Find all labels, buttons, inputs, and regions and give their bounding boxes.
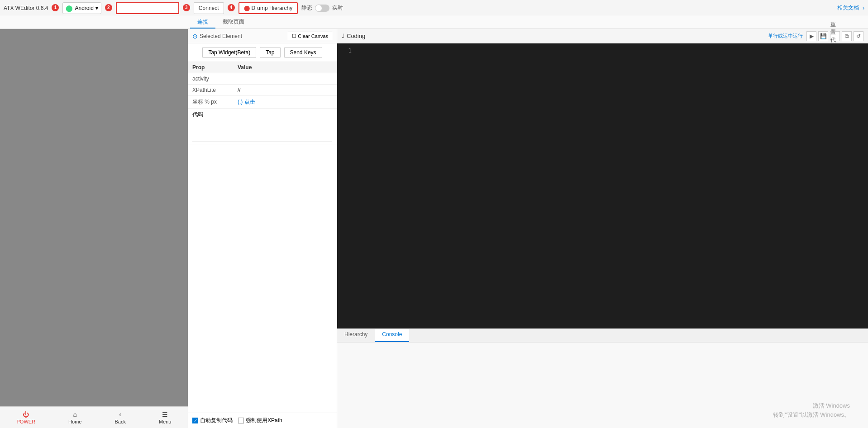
checkmark-icon: ✓ [194,418,197,423]
force-xpath-checkbox[interactable] [238,418,244,423]
force-xpath-checkbox-label[interactable]: 强制使用XPath [238,417,282,424]
line-numbers: 1 [337,45,355,327]
realtime-label: 实时 [332,4,343,12]
subtab-screenshot[interactable]: 截取页面 [215,16,252,29]
badge-4: 4 [228,4,235,11]
menu-icon: ☰ [162,411,168,418]
clear-canvas-button[interactable]: ☐ Clear Canvas [288,32,332,40]
prop-row-coord: 坐标 % px (.) 点击 [188,96,337,109]
badge-3: 3 [183,4,190,11]
selected-icon: ⊙ [192,33,198,40]
device-nav-bar: ⏻ POWER ⌂ Home ‹ Back ☰ Menu [0,406,188,428]
save-icon-btn[interactable]: 💾 [818,31,828,41]
play-icon-btn[interactable]: ▶ [806,31,816,41]
code-editor[interactable]: 1 [337,43,868,328]
realtime-toggle[interactable] [315,5,329,12]
prop-val-code[interactable] [188,121,337,144]
prop-val-activity [233,73,337,85]
back-icon: ‹ [119,411,121,418]
power-icon: ⏻ [23,411,29,418]
power-button[interactable]: ⏻ POWER [13,409,39,426]
coding-actions: 单行或运中运行 ▶ 💾 重置代码 ⧉ ↺ [766,31,863,41]
dump-icon: ⬤ [244,5,250,11]
prop-row-code-val [188,121,337,144]
console-content: 激活 Windows 转到"设置"以激活 Windows。 [337,342,868,428]
mid-footer: ✓ 自动复制代码 强制使用XPath [188,413,337,428]
prop-key-coord: 坐标 % px [188,96,233,109]
android-icon: ⬤ [66,5,73,12]
tap-button[interactable]: Tap [260,47,280,58]
coord-link[interactable]: (.) 点击 [238,99,255,105]
code-panel: ♩ Coding 单行或运中运行 ▶ 💾 重置代码 ⧉ ↺ 1 Hierarch… [337,29,868,428]
copy-icon-btn[interactable]: ⧉ [842,31,852,41]
prop-val-xpath: // [233,85,337,96]
console-tab[interactable]: Console [375,329,409,342]
topbar-right: 相关文档 › [837,4,864,12]
device-screen[interactable] [0,29,188,406]
connect-button[interactable]: Connect [194,2,224,14]
menu-button[interactable]: ☰ Menu [155,409,175,426]
badge-2: 2 [105,4,112,11]
mid-header: ⊙ Selected Element ☐ Clear Canvas [188,29,337,43]
send-keys-button[interactable]: Send Keys [284,47,322,58]
music-icon: ♩ [342,33,344,39]
app-title: ATX WEditor 0.6.4 [4,5,48,11]
static-label: 静态 [301,4,312,12]
arrow-icon: › [863,5,864,11]
prop-key-activity: activity [188,73,233,85]
back-button[interactable]: ‹ Back [111,409,129,426]
bottom-panel: Hierarchy Console 激活 Windows 转到"设置"以激活 W… [337,328,868,428]
value-header: Value [233,62,337,73]
properties-panel: ⊙ Selected Element ☐ Clear Canvas Tap Wi… [188,29,337,428]
docs-link[interactable]: 相关文档 [837,4,859,12]
top-toolbar: ATX WEditor 0.6.4 1 ⬤ Android ▾ 2 3 Conn… [0,0,868,16]
device-panel: ⏻ POWER ⌂ Home ‹ Back ☰ Menu [0,29,188,428]
home-icon: ⌂ [73,411,77,418]
hierarchy-tab[interactable]: Hierarchy [337,329,375,342]
android-dropdown-icon: ▾ [95,5,98,11]
android-label: Android [75,5,93,11]
mid-actions: Tap Widget(Beta) Tap Send Keys [188,43,337,62]
prop-row-code: 代码 [188,109,337,121]
dump-hierarchy-button[interactable]: ⬤ Dump Hierarchy [238,2,298,14]
code-edit-area[interactable] [192,124,332,142]
subtab-connect[interactable]: 连接 [190,16,215,29]
subtab-row: 连接 截取页面 [0,16,868,29]
prop-key-xpath: XPathLite [188,85,233,96]
coding-title: ♩ Coding [342,33,365,39]
clear-canvas-checkbox-icon: ☐ [292,33,296,39]
badge-1: 1 [52,4,59,11]
line-number-1: 1 [341,47,352,54]
android-select[interactable]: ⬤ Android ▾ [62,2,101,14]
selected-element-label: ⊙ Selected Element [192,33,242,40]
coding-header: ♩ Coding 单行或运中运行 ▶ 💾 重置代码 ⧉ ↺ [337,29,868,43]
toggle-group: 静态 实时 [301,4,343,12]
reset-code-button[interactable]: 重置代码 [830,31,840,41]
prop-key-code: 代码 [188,109,337,121]
device-input[interactable] [116,2,179,14]
prop-header: Prop [188,62,233,73]
main-area: ⏻ POWER ⌂ Home ‹ Back ☰ Menu ⊙ Selected … [0,29,868,428]
props-table: Prop Value activity XPathLite // 坐标 % px [188,62,337,413]
windows-activate: 激活 Windows 转到"设置"以激活 Windows。 [773,401,850,419]
auto-copy-checkbox-label[interactable]: ✓ 自动复制代码 [192,417,233,424]
refresh-icon-btn[interactable]: ↺ [854,31,863,41]
prop-row-activity: activity [188,73,337,85]
bottom-tabs: Hierarchy Console [337,329,868,342]
auto-copy-checkbox[interactable]: ✓ [192,418,198,423]
prop-val-coord: (.) 点击 [233,96,337,109]
tap-widget-button[interactable]: Tap Widget(Beta) [202,47,256,58]
home-button[interactable]: ⌂ Home [65,409,85,426]
code-content[interactable] [355,45,868,327]
run-button[interactable]: 单行或运中运行 [766,32,805,40]
prop-row-xpath: XPathLite // [188,85,337,96]
